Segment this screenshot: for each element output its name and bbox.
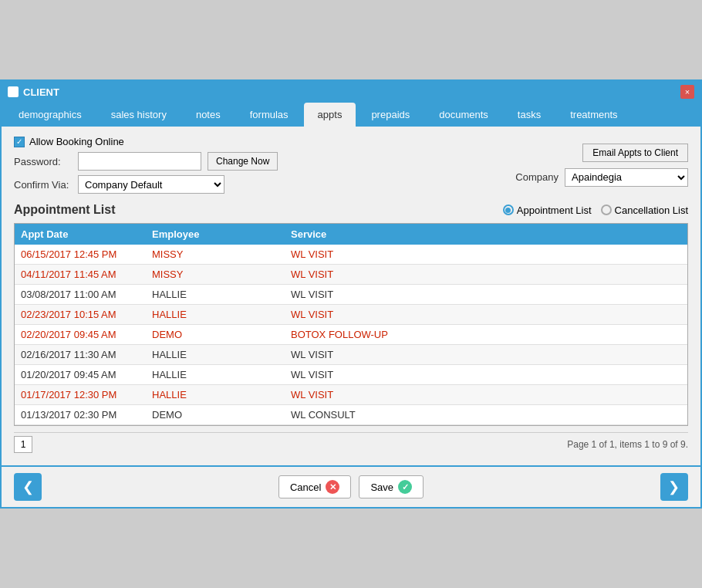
action-buttons: Cancel ✕ Save ✓ xyxy=(278,475,424,498)
cell-date: 01/20/2017 09:45 AM xyxy=(21,369,152,380)
cell-employee: DEMO xyxy=(152,409,291,421)
save-icon: ✓ xyxy=(398,480,412,494)
tab-demographics[interactable]: demographics xyxy=(5,103,96,127)
cell-date: 02/23/2017 10:15 AM xyxy=(21,309,152,320)
cell-service: WL VISIT xyxy=(291,369,681,380)
cell-date: 06/15/2017 12:45 PM xyxy=(21,248,152,260)
allow-booking-row: ✓ Allow Booking Online xyxy=(14,136,278,147)
cell-service: WL VISIT xyxy=(291,389,681,400)
tab-documents[interactable]: documents xyxy=(425,103,502,127)
cell-employee: MISSY xyxy=(152,269,291,280)
page-info: Page 1 of 1, items 1 to 9 of 9. xyxy=(567,439,688,450)
confirm-via-row: Confirm Via: Company DefaultEmailSMSNone xyxy=(14,175,278,194)
table-row[interactable]: 02/16/2017 11:30 AM HALLIE WL VISIT xyxy=(15,345,687,365)
cell-date: 01/17/2017 12:30 PM xyxy=(21,389,152,400)
radio-group: Appointment List Cancellation List xyxy=(503,204,688,216)
cell-date: 04/11/2017 11:45 AM xyxy=(21,269,152,280)
cell-employee: HALLIE xyxy=(152,369,291,380)
table-row[interactable]: 03/08/2017 11:00 AM HALLIE WL VISIT xyxy=(15,285,687,305)
appointment-list-title: Appointment List xyxy=(14,203,116,217)
cell-service: WL CONSULT xyxy=(291,409,681,421)
radio-cancellation-list[interactable]: Cancellation List xyxy=(601,204,688,216)
tab-sales-history[interactable]: sales history xyxy=(97,103,181,127)
radio-cancel-circle xyxy=(601,204,612,215)
page-number[interactable]: 1 xyxy=(14,436,32,453)
top-options: ✓ Allow Booking Online Password: Change … xyxy=(14,136,688,194)
company-select[interactable]: Apaindegia xyxy=(565,168,688,187)
main-content: ✓ Allow Booking Online Password: Change … xyxy=(2,127,700,465)
password-input[interactable] xyxy=(78,152,201,171)
top-right: Email Appts to Client Company Apaindegia xyxy=(515,144,688,187)
cell-date: 02/20/2017 09:45 AM xyxy=(21,329,152,340)
company-row: Company Apaindegia xyxy=(515,168,688,187)
close-button[interactable]: × xyxy=(680,85,694,99)
cell-employee: MISSY xyxy=(152,248,291,260)
title-bar: CLIENT × xyxy=(2,81,700,103)
cell-service: WL VISIT xyxy=(291,248,681,260)
pagination-bar: 1 Page 1 of 1, items 1 to 9 of 9. xyxy=(14,432,688,456)
company-label: Company xyxy=(515,171,559,183)
window-icon xyxy=(8,86,19,97)
password-row: Password: Change Now xyxy=(14,152,278,171)
prev-button[interactable]: ❮ xyxy=(14,473,42,501)
bottom-bar: ❮ Cancel ✕ Save ✓ ❯ xyxy=(2,465,700,507)
table-row[interactable]: 06/15/2017 12:45 PM MISSY WL VISIT xyxy=(15,245,687,265)
tab-prepaids[interactable]: prepaids xyxy=(357,103,424,127)
cell-date: 03/08/2017 11:00 AM xyxy=(21,289,152,300)
allow-booking-checkbox[interactable]: ✓ xyxy=(14,137,25,147)
save-label: Save xyxy=(370,482,393,493)
cell-employee: HALLIE xyxy=(152,289,291,300)
tab-appts[interactable]: appts xyxy=(304,103,356,127)
cell-service: WL VISIT xyxy=(291,289,681,300)
radio-appointment-list[interactable]: Appointment List xyxy=(503,204,592,216)
cell-date: 01/13/2017 02:30 PM xyxy=(21,409,152,421)
window-title: CLIENT xyxy=(23,86,59,98)
confirm-via-select[interactable]: Company DefaultEmailSMSNone xyxy=(78,175,224,194)
top-left: ✓ Allow Booking Online Password: Change … xyxy=(14,136,278,194)
table-row[interactable]: 01/13/2017 02:30 PM DEMO WL CONSULT xyxy=(15,405,687,425)
header-employee: Employee xyxy=(152,228,291,240)
cell-employee: HALLIE xyxy=(152,309,291,320)
radio-appt-circle xyxy=(503,204,514,215)
table-row[interactable]: 02/20/2017 09:45 AM DEMO BOTOX FOLLOW-UP xyxy=(15,325,687,345)
table-row[interactable]: 04/11/2017 11:45 AM MISSY WL VISIT xyxy=(15,265,687,285)
password-label: Password: xyxy=(14,156,72,167)
appointments-table: Appt Date Employee Service 06/15/2017 12… xyxy=(14,223,688,426)
tab-tasks[interactable]: tasks xyxy=(504,103,555,127)
title-bar-left: CLIENT xyxy=(8,86,59,98)
cancel-icon: ✕ xyxy=(326,480,339,494)
tab-treatments[interactable]: treatments xyxy=(556,103,631,127)
table-header: Appt Date Employee Service xyxy=(15,224,687,245)
cell-service: WL VISIT xyxy=(291,309,681,320)
cancel-label: Cancel xyxy=(290,482,321,493)
tab-formulas[interactable]: formulas xyxy=(236,103,302,127)
radio-cancel-label: Cancellation List xyxy=(615,204,688,216)
cell-date: 02/16/2017 11:30 AM xyxy=(21,349,152,360)
header-service: Service xyxy=(291,228,681,240)
next-button[interactable]: ❯ xyxy=(660,473,688,501)
cell-employee: HALLIE xyxy=(152,349,291,360)
confirm-via-label: Confirm Via: xyxy=(14,179,72,191)
tab-bar: demographicssales historynotesformulasap… xyxy=(2,103,700,127)
change-now-button[interactable]: Change Now xyxy=(208,152,278,171)
cell-employee: HALLIE xyxy=(152,389,291,400)
email-appts-button[interactable]: Email Appts to Client xyxy=(582,144,688,162)
appointment-header: Appointment List Appointment List Cancel… xyxy=(14,203,688,217)
cell-service: WL VISIT xyxy=(291,349,681,360)
cell-service: BOTOX FOLLOW-UP xyxy=(291,329,681,340)
table-body: 06/15/2017 12:45 PM MISSY WL VISIT 04/11… xyxy=(15,245,687,425)
table-row[interactable]: 02/23/2017 10:15 AM HALLIE WL VISIT xyxy=(15,305,687,325)
cancel-button[interactable]: Cancel ✕ xyxy=(278,475,351,498)
tab-notes[interactable]: notes xyxy=(182,103,235,127)
save-button[interactable]: Save ✓ xyxy=(359,475,424,498)
main-window: CLIENT × demographicssales historynotesf… xyxy=(0,79,702,509)
allow-booking-label: Allow Booking Online xyxy=(29,136,124,147)
header-appt-date: Appt Date xyxy=(21,228,152,240)
radio-appt-label: Appointment List xyxy=(517,204,592,216)
cell-employee: DEMO xyxy=(152,329,291,340)
cell-service: WL VISIT xyxy=(291,269,681,280)
table-row[interactable]: 01/20/2017 09:45 AM HALLIE WL VISIT xyxy=(15,365,687,385)
table-row[interactable]: 01/17/2017 12:30 PM HALLIE WL VISIT xyxy=(15,385,687,405)
